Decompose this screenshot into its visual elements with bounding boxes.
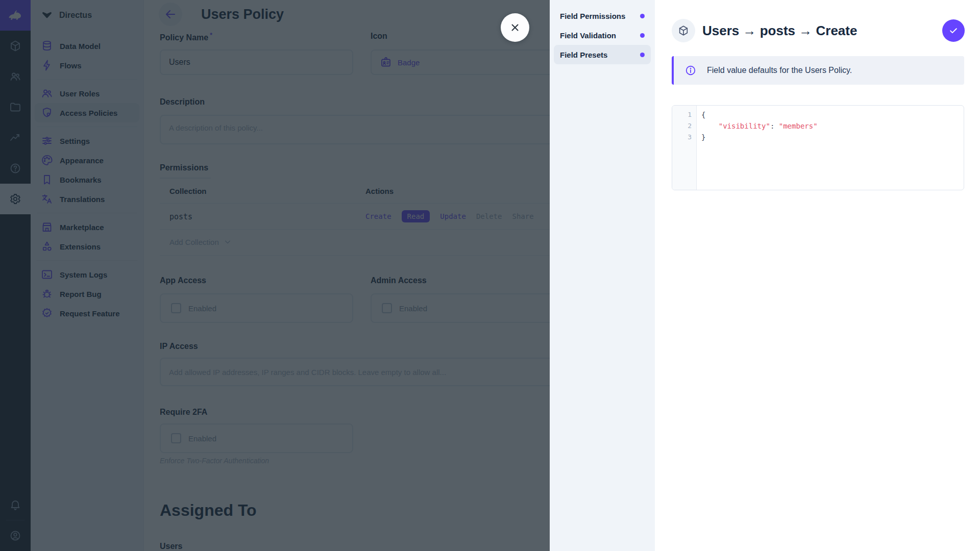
tab-label: Field Permissions — [560, 12, 625, 20]
info-icon — [685, 65, 696, 76]
tab-label: Field Validation — [560, 31, 616, 40]
drawer-header-icon-circle — [672, 19, 695, 42]
code-editor[interactable]: 1 2 3 { "visibility": "members" } — [672, 105, 964, 190]
status-dot — [640, 14, 645, 18]
json-value: "members" — [779, 122, 818, 130]
json-key: "visibility" — [719, 122, 770, 130]
code-line: "visibility": "members" — [701, 120, 818, 132]
tab-label: Field Presets — [560, 51, 607, 59]
tab-field-validation[interactable]: Field Validation — [554, 26, 651, 45]
code-line: } — [701, 132, 818, 143]
close-icon — [509, 22, 521, 33]
code-line: { — [701, 109, 818, 120]
code-area: { "visibility": "members" } — [697, 106, 818, 190]
line-number: 2 — [672, 120, 692, 132]
check-icon — [948, 26, 959, 36]
status-dot — [640, 53, 645, 57]
save-button[interactable] — [942, 19, 965, 42]
info-notice: Field value defaults for the Users Polic… — [672, 56, 964, 85]
line-number: 3 — [672, 132, 692, 143]
drawer-title: Users → posts → Create — [702, 23, 857, 39]
notice-text: Field value defaults for the Users Polic… — [707, 66, 852, 75]
drawer-sidebar: Field Permissions Field Validation Field… — [550, 0, 655, 551]
line-number-gutter: 1 2 3 — [672, 106, 697, 190]
tab-field-permissions[interactable]: Field Permissions — [554, 6, 651, 26]
drawer-content: Users → posts → Create Field value defau… — [655, 0, 980, 551]
tab-field-presets[interactable]: Field Presets — [554, 45, 651, 64]
line-number: 1 — [672, 109, 692, 120]
cube-icon — [678, 25, 689, 36]
close-drawer-button[interactable] — [501, 13, 529, 42]
status-dot — [640, 33, 645, 38]
